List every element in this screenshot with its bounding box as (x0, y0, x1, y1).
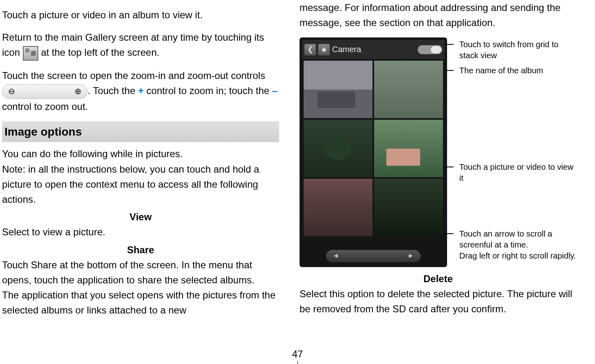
minus-symbol: – (272, 85, 278, 96)
left-column: Touch a picture or video in an album to … (2, 0, 279, 318)
para-return-b: at the top left of the screen. (41, 47, 159, 58)
page-number: 47 (292, 349, 303, 360)
annotation-album-name: The name of the album (452, 65, 577, 76)
scroll-right-icon: ► (408, 251, 414, 261)
thumbnail (374, 120, 443, 177)
subheading-share: Share (2, 242, 279, 257)
para-share-2: The application that you select opens wi… (2, 287, 279, 318)
plus-symbol: + (138, 85, 144, 96)
thumbnail (304, 179, 372, 236)
back-icon: ❮ (304, 44, 316, 55)
phone-screenshot: ❮ ◉ Camera ◄ ► (300, 37, 447, 267)
para-zoom-a: Touch the screen to open the zoom-in and… (2, 70, 265, 81)
page-tick (298, 361, 298, 364)
annotation-scroll-a: Touch an arrow to scroll a screenful at … (459, 229, 552, 249)
thumbnail (304, 120, 372, 177)
gallery-icon (23, 46, 38, 61)
para-message-cont: message. For information about addressin… (300, 0, 577, 30)
zoom-out-icon: ⊖ (8, 85, 15, 98)
para-following: You can do the following while in pictur… (2, 146, 279, 161)
thumbnail-grid (302, 59, 445, 237)
album-title: Camera (332, 43, 361, 56)
zoom-control: ⊖ ⊕ (2, 84, 88, 99)
scroll-bar: ◄ ► (326, 250, 421, 262)
zoom-in-icon: ⊕ (75, 85, 82, 98)
para-delete: Select this option to delete the selecte… (300, 286, 577, 316)
right-column: message. For information about addressin… (300, 0, 577, 318)
para-share-1: Touch Share at the bottom of the screen.… (2, 257, 279, 287)
thumbnail (374, 61, 443, 118)
subheading-delete: Delete (300, 271, 577, 286)
para-touch-view: Touch a picture or video in an album to … (2, 7, 279, 22)
para-zoom: Touch the screen to open the zoom-in and… (2, 68, 279, 114)
heading-image-options: Image options (2, 121, 279, 142)
para-view: Select to view a picture. (2, 224, 279, 239)
para-zoom-b: . Touch the (88, 85, 138, 96)
annotation-toggle: Touch to switch from grid to stack view (452, 39, 577, 61)
annotations: Touch to switch from grid to stack view … (447, 37, 577, 265)
scroll-left-icon: ◄ (333, 251, 339, 261)
thumbnail (304, 61, 372, 118)
para-return: Return to the main Gallery screen at any… (2, 30, 279, 61)
annotation-scroll: Touch an arrow to scroll a screenful at … (452, 228, 577, 261)
phone-top-bar: ❮ ◉ Camera (302, 40, 445, 59)
para-zoom-d: control to zoom out. (2, 101, 88, 112)
para-zoom-c: control to zoom in; touch the (144, 85, 272, 96)
annotation-scroll-b: Drag left or right to scroll rapidly. (459, 251, 576, 260)
figure-area: ❮ ◉ Camera ◄ ► T (300, 37, 577, 267)
annotation-touch-picture: Touch a picture or video to view it (452, 162, 577, 184)
para-note: Note: in all the instructions below, you… (2, 162, 279, 207)
camera-icon: ◉ (318, 44, 330, 55)
thumbnail (374, 179, 443, 236)
subheading-view: View (2, 209, 279, 224)
view-toggle (418, 45, 442, 54)
